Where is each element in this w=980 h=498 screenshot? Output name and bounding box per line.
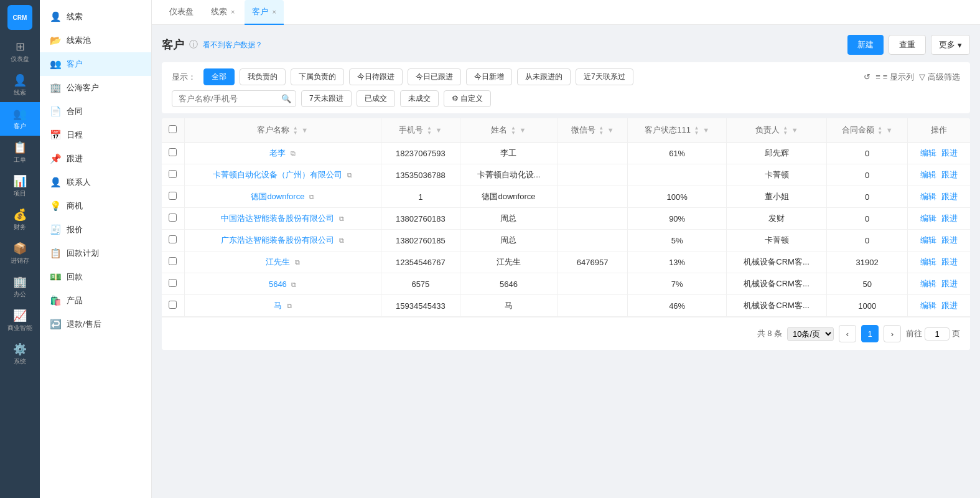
status-filter-icon[interactable]: ▼ xyxy=(702,126,709,134)
row-checkbox[interactable] xyxy=(169,192,177,200)
follow-button[interactable]: 跟进 xyxy=(941,192,958,201)
nav-dashboard[interactable]: ⊞ 仪表盘 xyxy=(0,35,40,68)
owner-filter-icon[interactable]: ▼ xyxy=(791,126,798,134)
sidebar-item-schedule[interactable]: 📅 日程 xyxy=(40,123,151,147)
nav-orders[interactable]: 📋 工单 xyxy=(0,136,40,169)
copy-icon[interactable]: ⧉ xyxy=(295,258,300,266)
prev-page-button[interactable]: ‹ xyxy=(839,325,856,342)
filter-custom[interactable]: ⚙ 自定义 xyxy=(444,90,491,107)
sidebar-item-leadspool[interactable]: 📂 线索池 xyxy=(40,29,151,52)
refresh-button[interactable]: ↺ xyxy=(864,72,870,82)
customer-name-link[interactable]: 5646 xyxy=(269,280,287,289)
copy-icon[interactable]: ⧉ xyxy=(287,302,292,309)
filter-completed[interactable]: 已成交 xyxy=(357,90,395,107)
goto-input[interactable] xyxy=(925,327,950,341)
wechat-filter-icon[interactable]: ▼ xyxy=(607,126,614,134)
tab-customers[interactable]: 客户 × xyxy=(245,0,283,25)
edit-button[interactable]: 编辑 xyxy=(920,192,936,201)
copy-icon[interactable]: ⧉ xyxy=(347,171,352,179)
edit-button[interactable]: 编辑 xyxy=(920,214,936,223)
edit-button[interactable]: 编辑 xyxy=(920,301,936,310)
follow-button[interactable]: 跟进 xyxy=(941,257,958,266)
edit-button[interactable]: 编辑 xyxy=(920,170,936,179)
copy-icon[interactable]: ⧉ xyxy=(291,281,296,288)
customer-name-link[interactable]: 江先生 xyxy=(266,257,290,266)
filter-all[interactable]: 全部 xyxy=(203,68,235,85)
contact-filter-icon[interactable]: ▼ xyxy=(520,126,526,134)
customer-name-link[interactable]: 中国浩达智能装备股份有限公司 xyxy=(221,214,334,223)
sidebar-item-returns[interactable]: ↩️ 退款/售后 xyxy=(40,312,151,336)
follow-button[interactable]: 跟进 xyxy=(941,214,958,223)
row-checkbox[interactable] xyxy=(169,235,177,243)
filter-7days-no-follow[interactable]: 7天未跟进 xyxy=(301,90,352,107)
next-page-button[interactable]: › xyxy=(884,325,901,342)
sidebar-item-public-customers[interactable]: 🏢 公海客户 xyxy=(40,76,151,100)
row-checkbox[interactable] xyxy=(169,279,177,287)
sidebar-item-followup[interactable]: 📌 跟进 xyxy=(40,147,151,171)
edit-button[interactable]: 编辑 xyxy=(920,148,936,157)
filter-today-followed[interactable]: 今日已跟进 xyxy=(408,68,461,85)
follow-button[interactable]: 跟进 xyxy=(941,279,958,288)
follow-button[interactable]: 跟进 xyxy=(941,235,958,245)
sidebar-item-contracts[interactable]: 📄 合同 xyxy=(40,100,151,123)
copy-icon[interactable]: ⧉ xyxy=(339,215,344,222)
follow-button[interactable]: 跟进 xyxy=(941,170,958,179)
edit-button[interactable]: 编辑 xyxy=(920,279,936,288)
page-size-select[interactable]: 10条/页 20条/页 50条/页 xyxy=(787,327,834,341)
name-filter-icon[interactable]: ▼ xyxy=(301,126,308,134)
filter-subordinate[interactable]: 下属负责的 xyxy=(291,68,344,85)
filter-today-pending[interactable]: 今日待跟进 xyxy=(349,68,403,85)
filter-not-completed[interactable]: 未成交 xyxy=(400,90,439,107)
nav-customers[interactable]: 👥 客户 xyxy=(0,102,40,136)
nav-system[interactable]: ⚙️ 系统 xyxy=(0,337,40,371)
nav-office[interactable]: 🏢 办公 xyxy=(0,270,40,304)
contract-filter-icon[interactable]: ▼ xyxy=(886,126,893,134)
row-checkbox[interactable] xyxy=(169,148,177,156)
row-checkbox[interactable] xyxy=(169,214,177,222)
customer-name-link[interactable]: 德国downforce xyxy=(251,192,304,201)
phone-sort-icon[interactable]: ▲▼ xyxy=(427,126,432,136)
status-sort-icon[interactable]: ▲▼ xyxy=(694,126,699,136)
sidebar-item-payment-plan[interactable]: 📋 回款计划 xyxy=(40,242,151,265)
nav-leads[interactable]: 👤 线索 xyxy=(0,68,40,102)
customer-name-link[interactable]: 广东浩达智能装备股份有限公司 xyxy=(221,235,334,245)
customer-name-link[interactable]: 老李 xyxy=(269,148,286,157)
owner-sort-icon[interactable]: ▲▼ xyxy=(783,126,788,136)
sidebar-item-quote[interactable]: 🧾 报价 xyxy=(40,218,151,242)
wechat-sort-icon[interactable]: ▲▼ xyxy=(599,126,604,136)
copy-icon[interactable]: ⧉ xyxy=(291,149,296,157)
nav-inventory[interactable]: 📦 进销存 xyxy=(0,237,40,270)
tab-leads-close-icon[interactable]: × xyxy=(231,8,235,16)
tab-dashboard[interactable]: 仪表盘 xyxy=(162,0,201,25)
filter-today-new[interactable]: 今日新增 xyxy=(466,68,512,85)
page-hint[interactable]: 看不到客户数据？ xyxy=(203,40,263,50)
name-sort-icon[interactable]: ▲▼ xyxy=(293,126,298,136)
row-checkbox[interactable] xyxy=(169,170,177,178)
copy-icon[interactable]: ⧉ xyxy=(309,193,314,200)
tab-leads[interactable]: 线索 × xyxy=(203,0,242,25)
contact-sort-icon[interactable]: ▲▼ xyxy=(511,126,516,136)
nav-bi[interactable]: 📈 商业智能 xyxy=(0,304,40,337)
nav-projects[interactable]: 📊 项目 xyxy=(0,169,40,203)
sidebar-item-products[interactable]: 🛍️ 产品 xyxy=(40,289,151,312)
page-1-button[interactable]: 1 xyxy=(861,325,879,342)
advanced-filter-button[interactable]: ▽ 高级筛选 xyxy=(919,72,960,83)
reset-button[interactable]: 查重 xyxy=(889,35,926,55)
tab-customers-close-icon[interactable]: × xyxy=(272,8,276,16)
row-checkbox[interactable] xyxy=(169,301,177,309)
copy-icon[interactable]: ⧉ xyxy=(339,237,344,244)
more-button[interactable]: 更多 ▾ xyxy=(931,35,970,55)
filter-recent-contact[interactable]: 近7天联系过 xyxy=(576,68,633,85)
customer-name-link[interactable]: 卡菁顿自动化设备（广州）有限公司 xyxy=(213,170,342,179)
new-button[interactable]: 新建 xyxy=(847,35,884,55)
columns-button[interactable]: ≡ ≡ 显示列 xyxy=(875,72,914,83)
filter-never-followed[interactable]: 从未跟进的 xyxy=(517,68,571,85)
sidebar-item-opportunity[interactable]: 💡 商机 xyxy=(40,194,151,218)
sidebar-item-contacts[interactable]: 👤 联系人 xyxy=(40,171,151,194)
contract-sort-icon[interactable]: ▲▼ xyxy=(877,126,882,136)
phone-filter-icon[interactable]: ▼ xyxy=(436,126,442,134)
edit-button[interactable]: 编辑 xyxy=(920,257,936,266)
edit-button[interactable]: 编辑 xyxy=(920,235,936,245)
sidebar-item-payment[interactable]: 💵 回款 xyxy=(40,265,151,289)
search-input[interactable] xyxy=(172,90,296,107)
